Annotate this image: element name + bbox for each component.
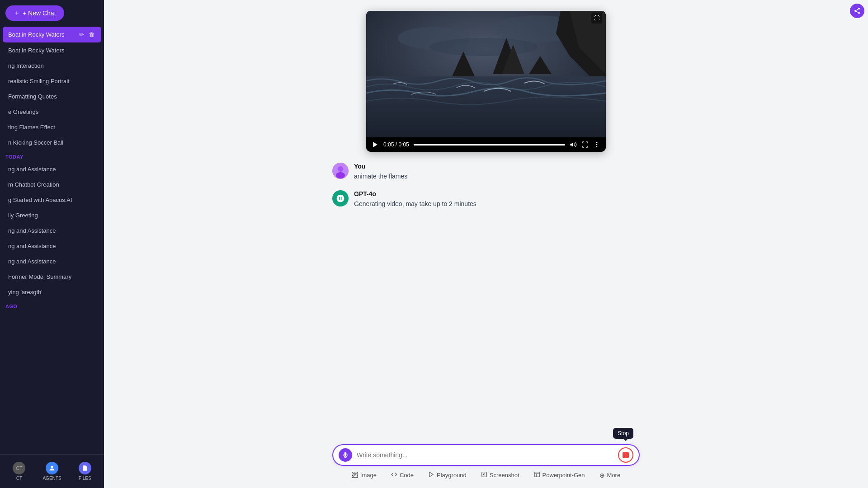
svg-line-5 [856,9,859,10]
gpt-name: GPT-4o [354,190,640,197]
video-player[interactable]: ⛶ 0:05 / 0:05 [366,11,606,152]
svg-rect-29 [534,472,539,477]
sidebar-item-flames-effect[interactable]: ting Flames Effect [3,120,101,135]
files-icon [79,462,91,474]
edit-icon[interactable]: ✏ [78,31,85,38]
chat-input[interactable] [332,444,640,466]
gpt-message-row: GPT-4o Generating video, may take up to … [332,190,640,209]
sidebar-agents-button[interactable]: AGENTS [37,459,68,483]
svg-point-1 [858,8,860,9]
time-current: 0:05 [383,141,394,148]
ct-label: CT [16,476,22,481]
sidebar-bottom-nav: CT CT AGENTS FILES [0,454,104,488]
more-options-icon[interactable] [593,141,600,148]
sidebar-item-label: n Kicking Soccer Ball [8,139,96,146]
sidebar-item-boat-rocky-2[interactable]: Boat in Rocky Waters [3,43,101,58]
sidebar-item-actions: ✏ 🗑 [78,31,96,38]
svg-marker-19 [373,142,377,147]
fullscreen-icon[interactable] [581,141,589,148]
sidebar-item-label: ting Flames Effect [8,124,96,131]
screenshot-icon [481,471,487,479]
svg-point-22 [596,146,598,147]
sidebar-item-label: ng Interaction [8,62,96,69]
video-progress-fill [414,144,565,145]
code-icon [391,471,397,479]
sidebar-item-coding-assist-4[interactable]: ng and Assistance [3,254,101,269]
sidebar-item-abacus-started[interactable]: g Started with Abacus.AI [3,192,101,207]
ago-section-label: AGO [0,300,104,311]
sidebar-item-formatting-quotes[interactable]: Formatting Quotes [3,89,101,104]
sidebar-files-button[interactable]: FILES [69,459,100,483]
sidebar-items-list: Boat in Rocky Waters ✏ 🗑 Boat in Rocky W… [0,26,104,454]
sidebar-item-label: Boat in Rocky Waters [8,31,78,38]
share-button[interactable] [850,4,864,18]
svg-rect-27 [482,472,487,477]
toolbar-powerpoint-button[interactable]: Powerpoint-Gen [531,469,588,481]
today-section-label: TODAY [0,150,104,161]
svg-point-2 [854,10,856,12]
toolbar-more-button[interactable]: ⊕ More [597,469,623,481]
svg-point-25 [336,172,345,178]
code-label: Code [400,472,414,479]
svg-marker-26 [429,472,433,477]
sidebar-item-chatbot-creation[interactable]: m Chatbot Creation [3,177,101,192]
video-progress-bar[interactable] [414,144,565,145]
toolbar-screenshot-button[interactable]: Screenshot [478,469,522,481]
sidebar-ct-button[interactable]: CT CT [4,459,35,483]
svg-point-24 [338,166,343,172]
screenshot-label: Screenshot [490,472,519,479]
image-icon: 🖼 [352,472,358,479]
gpt-message-text: Generating video, may take up to 2 minut… [354,199,640,209]
sidebar-item-coding-assist-3[interactable]: ng and Assistance [3,239,101,253]
chat-area: ⛶ 0:05 / 0:05 [104,0,868,440]
sidebar-item-transformer-summary[interactable]: Former Model Summary [3,269,101,284]
sidebar-item-friendly-greeting[interactable]: lly Greeting [3,208,101,223]
svg-point-28 [483,474,485,475]
play-button[interactable] [372,141,379,148]
ct-icon: CT [13,462,25,474]
new-chat-label: + New Chat [23,9,56,17]
video-controls: 0:05 / 0:05 [366,137,606,152]
image-label: Image [360,472,377,479]
sidebar-item-label: ng and Assistance [8,227,96,234]
gpt-avatar [332,190,349,206]
video-time: 0:05 / 0:05 [383,141,409,148]
user-message-row: You animate the flames [332,163,640,181]
new-chat-icon: ＋ [14,9,20,17]
sidebar-item-aresgth[interactable]: ying 'aresgth' [3,285,101,300]
svg-point-0 [51,466,53,468]
input-area: Stop 🖼 Image Code [104,440,868,488]
sidebar-item-label: ng and Assistance [8,166,96,173]
gpt-message-content: GPT-4o Generating video, may take up to … [354,190,640,209]
sidebar-item-kicking-soccer[interactable]: n Kicking Soccer Ball [3,135,101,150]
user-name: You [354,163,640,170]
delete-icon[interactable]: 🗑 [87,31,96,38]
mic-button[interactable] [339,448,352,462]
svg-point-9 [429,38,538,56]
sidebar-item-label: ng and Assistance [8,243,96,249]
volume-icon[interactable] [570,141,577,148]
sidebar-item-coding-assist-1[interactable]: ng and Assistance [3,162,101,177]
playground-icon [428,471,434,479]
toolbar-playground-button[interactable]: Playground [425,469,469,481]
more-label: More [607,472,621,479]
sidebar-item-label: ying 'aresgth' [8,289,96,296]
toolbar-image-button[interactable]: 🖼 Image [349,469,379,481]
sidebar-item-realistic-portrait[interactable]: realistic Smiling Portrait [3,74,101,89]
sidebar-item-label: Boat in Rocky Waters [8,47,96,54]
sidebar-item-boat-rocky[interactable]: Boat in Rocky Waters ✏ 🗑 [3,27,101,42]
sidebar-item-label: ng and Assistance [8,258,96,265]
sidebar-item-label: lly Greeting [8,212,96,219]
sidebar-item-ng-interaction[interactable]: ng Interaction [3,58,101,73]
svg-point-20 [596,142,598,143]
sidebar-item-label: e Greetings [8,108,96,115]
sidebar-item-greetings[interactable]: e Greetings [3,104,101,119]
toolbar-code-button[interactable]: Code [388,469,416,481]
agents-label: AGENTS [42,476,61,481]
record-button[interactable] [618,447,633,463]
sidebar-item-coding-assist-2[interactable]: ng and Assistance [3,223,101,238]
record-icon [623,452,629,458]
powerpoint-label: Powerpoint-Gen [542,472,585,479]
new-chat-button[interactable]: ＋ + New Chat [5,5,64,21]
powerpoint-icon [534,471,540,479]
